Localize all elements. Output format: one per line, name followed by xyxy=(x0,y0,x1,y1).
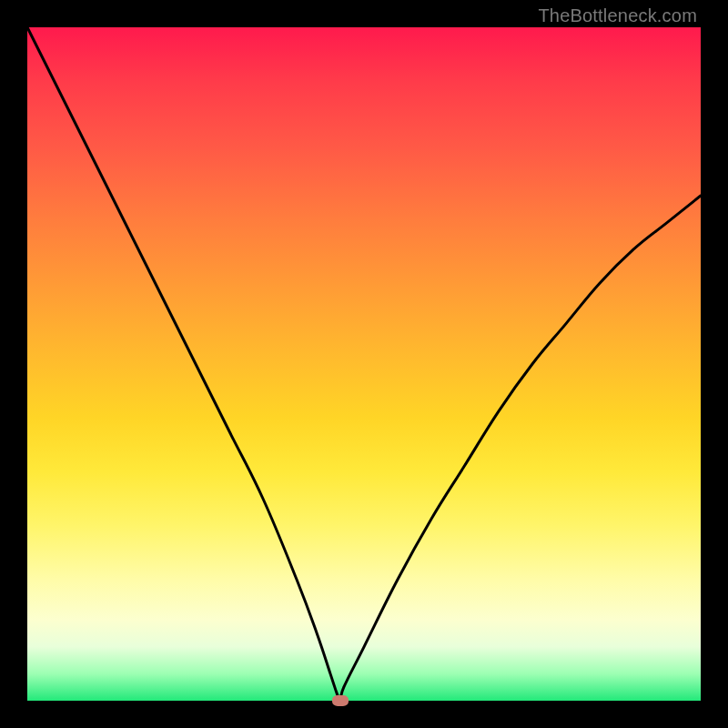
chart-frame: TheBottleneck.com xyxy=(0,0,728,728)
bottleneck-curve xyxy=(27,27,701,701)
plot-area xyxy=(27,27,701,701)
watermark-text: TheBottleneck.com xyxy=(538,5,697,26)
optimum-point-marker xyxy=(332,695,349,706)
